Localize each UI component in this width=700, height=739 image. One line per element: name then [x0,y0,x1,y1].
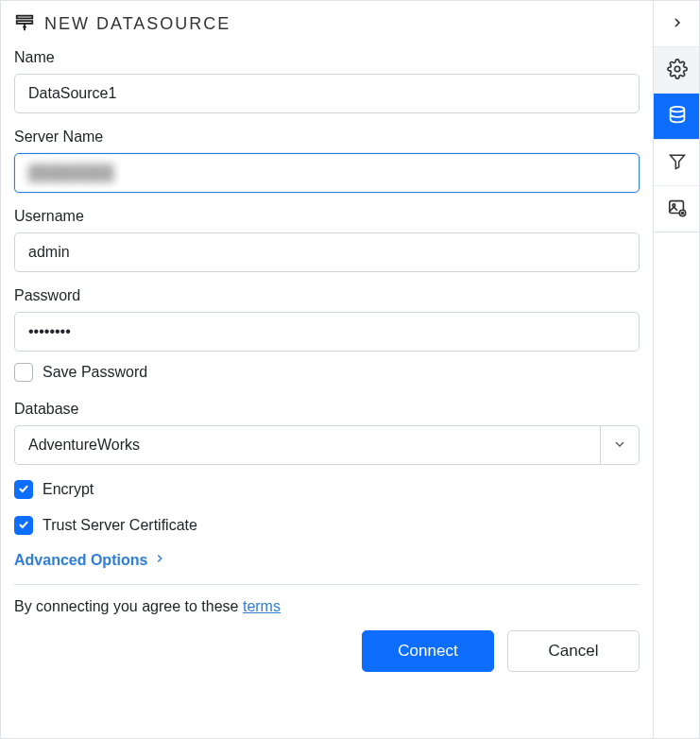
terms-link[interactable]: terms [243,598,281,614]
encrypt-label: Encrypt [43,481,94,498]
svg-point-9 [679,210,685,215]
save-password-row: Save Password [14,363,640,382]
sidebar-settings-button[interactable] [654,47,700,94]
server-name-input[interactable]: ████████ [14,153,640,193]
page-title: NEW DATASOURCE [44,14,230,34]
encrypt-checkbox[interactable] [14,480,33,499]
trust-cert-row: Trust Server Certificate [14,516,640,535]
save-password-label: Save Password [43,364,147,381]
divider [14,584,640,585]
trust-cert-label: Trust Server Certificate [43,517,197,534]
check-icon [17,518,30,534]
connect-button[interactable]: Connect [362,630,494,672]
panel-header: NEW DATASOURCE [14,12,640,36]
encrypt-row: Encrypt [14,480,640,499]
password-label: Password [14,287,640,304]
filter-icon [668,152,687,174]
button-row: Connect Cancel [14,630,640,672]
sidebar-expand-button[interactable] [654,1,700,47]
password-input[interactable] [14,312,640,352]
name-label: Name [14,49,640,66]
database-label: Database [14,401,640,418]
database-icon [667,105,688,129]
database-dropdown-button[interactable] [600,425,640,465]
username-group: Username [14,208,640,272]
chevron-right-icon [153,552,166,569]
check-icon [17,482,30,498]
name-group: Name [14,49,640,113]
svg-rect-1 [17,21,33,24]
name-input[interactable] [14,74,640,113]
svg-point-5 [670,106,684,112]
username-input[interactable] [14,232,640,272]
sidebar-filter-button[interactable] [654,140,700,186]
terms-text: By connecting you agree to these terms [14,598,640,615]
username-label: Username [14,208,640,225]
svg-marker-6 [670,155,684,168]
server-name-label: Server Name [14,129,640,146]
right-sidebar [653,1,699,738]
chevron-right-icon [670,15,685,33]
gear-icon [667,59,688,82]
trust-cert-checkbox[interactable] [14,516,33,535]
database-input[interactable] [14,425,600,465]
datasource-icon [14,12,35,36]
svg-rect-0 [17,16,33,19]
database-group: Database [14,401,640,465]
database-select[interactable] [14,425,640,465]
datasource-form-panel: NEW DATASOURCE Name Server Name ████████… [1,1,653,738]
chevron-down-icon [612,437,627,455]
cancel-button[interactable]: Cancel [507,630,640,672]
image-settings-icon [667,198,688,221]
password-group: Password [14,287,640,352]
svg-point-4 [674,66,680,72]
advanced-options-link[interactable]: Advanced Options [14,552,640,569]
server-name-group: Server Name ████████ [14,129,640,193]
save-password-checkbox[interactable] [14,363,33,382]
sidebar-datasource-button[interactable] [654,94,700,140]
sidebar-image-settings-button[interactable] [654,186,700,232]
